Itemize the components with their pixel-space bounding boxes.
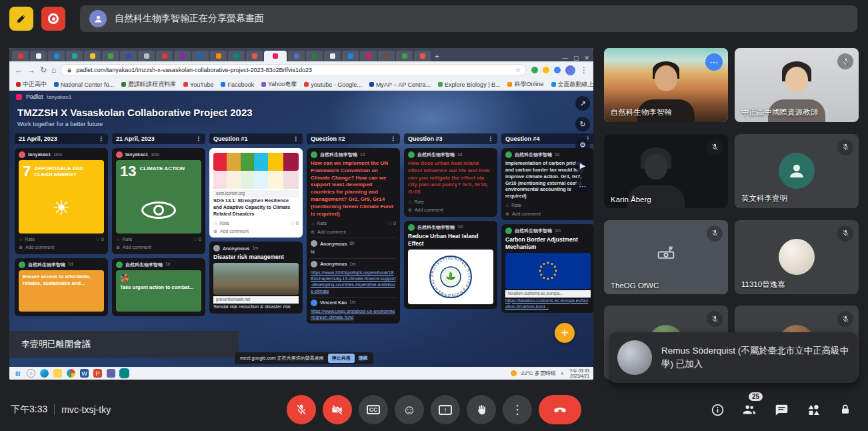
host-controls-button[interactable]: [832, 396, 859, 423]
browser-tab[interactable]: [138, 51, 155, 61]
column-menu-icon[interactable]: ⋮: [390, 135, 396, 142]
show-everyone-button[interactable]: 25: [736, 396, 763, 423]
powerpoint-icon[interactable]: P: [93, 369, 102, 378]
padlet-card[interactable]: 自然科生物李智翰1m Carbon Border Adjustment Mech…: [501, 224, 593, 313]
activities-button[interactable]: [800, 396, 827, 423]
teams-icon[interactable]: [107, 369, 115, 378]
add-comment-button[interactable]: ⊕Add comment: [213, 228, 299, 234]
padlet-logo-text[interactable]: Padlet: [26, 93, 43, 100]
bookmark-item[interactable]: 磨課師課程資料庫: [121, 80, 176, 89]
bookmark-item[interactable]: Explore Biology | B...: [438, 81, 500, 88]
browser-tab[interactable]: [360, 51, 377, 61]
remake-icon[interactable]: ↻: [575, 117, 590, 131]
screen-record-icon[interactable]: [41, 7, 65, 31]
link-caption[interactable]: taxation-customs.ec.europa...: [505, 290, 591, 298]
padlet-card[interactable]: tanyakao11mo 13CLIMATE ACTION ☆Rate♡ 0 ⊕…: [112, 148, 205, 254]
comment-link[interactable]: https://www.2030spotlight.org/en/book/18…: [311, 270, 396, 294]
browser-tab[interactable]: [174, 51, 191, 61]
extension-icon[interactable]: [531, 67, 538, 73]
column-header[interactable]: Question #1⋮: [209, 133, 303, 144]
capture-tool-icon[interactable]: [9, 7, 33, 31]
shared-screen[interactable]: + —▢✕ ← → ↻ ⌂ padlet.com/tanyakao1/tmzzs…: [9, 48, 593, 380]
tile-more-button[interactable]: ⋯: [705, 53, 723, 71]
bookmark-item[interactable]: 全面啟動線上閱讀...: [551, 80, 594, 89]
browser-tab[interactable]: [30, 51, 47, 61]
bookmark-item[interactable]: youtube - Google...: [304, 81, 362, 88]
browser-tab[interactable]: [378, 51, 395, 61]
extension-icon[interactable]: [543, 67, 549, 73]
browser-tab[interactable]: [66, 51, 83, 61]
browser-tab[interactable]: [288, 51, 305, 61]
refresh-icon[interactable]: ↻: [40, 65, 47, 75]
participant-tile[interactable]: TheOG OfWC: [604, 220, 728, 294]
padlet-card[interactable]: 自然科生物李智翰1d Ensure access to affordable, …: [15, 258, 108, 316]
browser-tab[interactable]: [342, 51, 359, 61]
settings-gear-icon[interactable]: ⚙: [575, 137, 590, 152]
padlet-card[interactable]: 自然科生物李智翰1d How can we implement the UN F…: [307, 148, 400, 324]
browser-tab[interactable]: [228, 51, 245, 61]
padlet-card[interactable]: 自然科生物李智翰1d How does urban heat island ef…: [404, 148, 497, 217]
padlet-account[interactable]: tanyakao1: [47, 94, 72, 100]
home-icon[interactable]: ⌂: [51, 65, 56, 75]
camera-toggle-button[interactable]: [323, 395, 352, 424]
comment-link[interactable]: https://www.unep.org/about-un-environmen…: [311, 308, 396, 320]
column-menu-icon[interactable]: ⋮: [487, 135, 493, 142]
browser-tab[interactable]: [414, 51, 431, 61]
padlet-card[interactable]: tanyakao11mo 7AFFORDABLE AND CLEAN ENERG…: [15, 148, 108, 254]
browser-tab[interactable]: [246, 51, 263, 61]
column-header[interactable]: Question #2⋮: [307, 133, 400, 144]
forward-icon[interactable]: →: [27, 65, 35, 75]
browser-tab[interactable]: [396, 51, 413, 61]
bookmark-item[interactable]: YouTube: [183, 81, 213, 88]
browser-tab-active[interactable]: [264, 51, 287, 61]
add-comment-button[interactable]: ⊕Add comment: [408, 207, 493, 213]
bookmark-item[interactable]: Yahoo奇摩: [261, 80, 297, 89]
link-caption[interactable]: ocm.iccrom.org: [213, 190, 299, 197]
padlet-card[interactable]: Anonymous1m Disaster risk management pre…: [209, 242, 303, 313]
column-menu-icon[interactable]: ⋮: [98, 135, 104, 142]
new-tab-button[interactable]: +: [435, 52, 439, 61]
tray-chevron-icon[interactable]: ∧: [561, 371, 564, 376]
browser-tab[interactable]: [12, 51, 29, 61]
meeting-details-button[interactable]: [704, 396, 731, 423]
chrome-icon[interactable]: [67, 369, 75, 378]
column-header[interactable]: Question #3⋮: [404, 133, 497, 144]
column-header[interactable]: 21 April, 2023⋮: [15, 133, 108, 144]
browser-tab[interactable]: [210, 51, 227, 61]
file-explorer-icon[interactable]: [53, 369, 62, 378]
link-caption[interactable]: preventionweb.net: [213, 296, 299, 304]
present-button[interactable]: ↑: [431, 395, 460, 424]
meet-app-icon[interactable]: [120, 369, 129, 378]
comment-link[interactable]: https://taxation-customs.ec.europa.eu/ta…: [505, 298, 591, 310]
raise-hand-button[interactable]: [467, 395, 496, 424]
add-comment-button[interactable]: ⊕Add comment: [505, 211, 591, 217]
hide-share-bar-button[interactable]: 隱藏: [359, 355, 368, 362]
add-post-button[interactable]: +: [555, 323, 575, 343]
browser-tab[interactable]: [192, 51, 209, 61]
browser-menu-icon[interactable]: ⋮: [580, 65, 588, 75]
padlet-card[interactable]: ocm.iccrom.org SDG 13.1: Strengthen Resi…: [209, 148, 303, 238]
bookmark-item[interactable]: 中正高中: [16, 80, 47, 89]
taskbar-clock[interactable]: 下午 03:33 2023/4/21: [569, 368, 589, 379]
reactions-button[interactable]: ☺: [395, 395, 424, 424]
search-icon[interactable]: ○: [27, 369, 35, 378]
more-options-button[interactable]: ⋮: [503, 395, 532, 424]
browser-tab[interactable]: [48, 51, 65, 61]
padlet-card[interactable]: 自然科生物李智翰1m Reduce Urban Heat Island Effe…: [404, 221, 497, 309]
participant-tile[interactable]: 11310曾逸嘉: [735, 220, 859, 294]
add-comment-button[interactable]: ⊕Add comment: [311, 229, 396, 235]
bookmark-star-icon[interactable]: ☆: [515, 67, 521, 73]
bookmark-item[interactable]: MyAP – AP Centra...: [369, 81, 431, 88]
bookmark-item[interactable]: National Center fo...: [54, 81, 114, 88]
bookmark-item[interactable]: Facebook: [221, 81, 254, 88]
participant-tile[interactable]: Karin Åberg: [604, 134, 728, 208]
edge-icon[interactable]: [40, 369, 49, 378]
browser-tab[interactable]: [306, 51, 323, 61]
column-header[interactable]: 21 April, 2023⋮: [112, 133, 205, 144]
column-menu-icon[interactable]: ⋮: [293, 135, 299, 142]
slideshow-icon[interactable]: ▶: [575, 158, 590, 173]
add-comment-button[interactable]: ⊕Add comment: [19, 244, 104, 250]
browser-tab[interactable]: [120, 51, 137, 61]
stop-sharing-button[interactable]: 停止共用: [328, 354, 355, 363]
captions-button[interactable]: CC: [359, 395, 388, 424]
